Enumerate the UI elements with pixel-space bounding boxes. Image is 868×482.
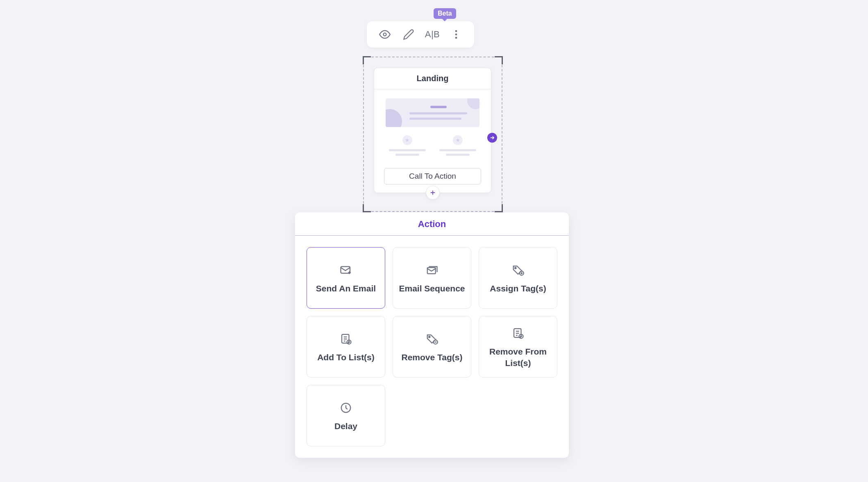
mail-edit-icon (339, 263, 353, 277)
arrow-right-icon[interactable] (487, 133, 497, 143)
star-icon (453, 135, 463, 145)
page-hero-preview (386, 98, 479, 127)
landing-card-title: Landing (374, 68, 491, 89)
list-plus-icon (339, 332, 353, 346)
tag-minus-icon (425, 332, 439, 346)
svg-point-0 (384, 33, 386, 36)
clock-icon (339, 401, 353, 415)
list-minus-icon (511, 326, 525, 340)
action-panel-title: Action (295, 212, 569, 236)
action-picker-panel: Action Send An Email (295, 212, 569, 458)
node-toolbar: A|B (367, 21, 474, 48)
eye-icon[interactable] (378, 28, 391, 41)
svg-point-3 (455, 37, 457, 39)
action-delay[interactable]: Delay (307, 385, 385, 446)
action-label: Send An Email (316, 283, 376, 294)
action-email-sequence[interactable]: Email Sequence (393, 247, 471, 309)
svg-point-1 (455, 30, 457, 32)
call-to-action-button[interactable]: Call To Action (384, 168, 481, 184)
ab-test-button[interactable]: A|B (426, 28, 439, 41)
svg-point-6 (515, 267, 516, 268)
add-step-button[interactable] (426, 186, 440, 200)
beta-badge: Beta (434, 8, 456, 19)
workflow-canvas: Beta A|B (0, 0, 868, 482)
action-label: Remove Tag(s) (402, 352, 463, 363)
mail-stack-icon (425, 263, 439, 277)
action-grid: Send An Email Email Sequence (295, 236, 569, 458)
action-remove-from-lists[interactable]: Remove From List(s) (479, 316, 557, 377)
ab-label: A|B (425, 29, 440, 40)
star-icon (402, 135, 412, 145)
action-label: Email Sequence (399, 283, 465, 294)
selection-corner-handle[interactable] (363, 204, 371, 212)
action-label: Remove From List(s) (484, 346, 552, 369)
action-assign-tags[interactable]: Assign Tag(s) (479, 247, 557, 309)
page-columns-preview (386, 135, 479, 156)
landing-preview (374, 89, 491, 162)
svg-point-10 (429, 336, 430, 337)
landing-node-card[interactable]: Landing (374, 68, 491, 193)
selection-corner-handle[interactable] (363, 56, 371, 64)
node-toolbar-wrapper: Beta A|B (367, 12, 474, 48)
action-remove-tags[interactable]: Remove Tag(s) (393, 316, 471, 377)
svg-point-2 (455, 34, 457, 36)
pencil-icon[interactable] (402, 28, 415, 41)
action-label: Delay (334, 421, 357, 432)
action-label: Add To List(s) (317, 352, 375, 363)
selection-corner-handle[interactable] (495, 56, 503, 64)
action-label: Assign Tag(s) (490, 283, 546, 294)
action-add-to-lists[interactable]: Add To List(s) (307, 316, 385, 377)
selection-corner-handle[interactable] (495, 204, 503, 212)
tag-plus-icon (511, 263, 525, 277)
more-vertical-icon[interactable] (450, 28, 463, 41)
action-send-email[interactable]: Send An Email (307, 247, 385, 309)
